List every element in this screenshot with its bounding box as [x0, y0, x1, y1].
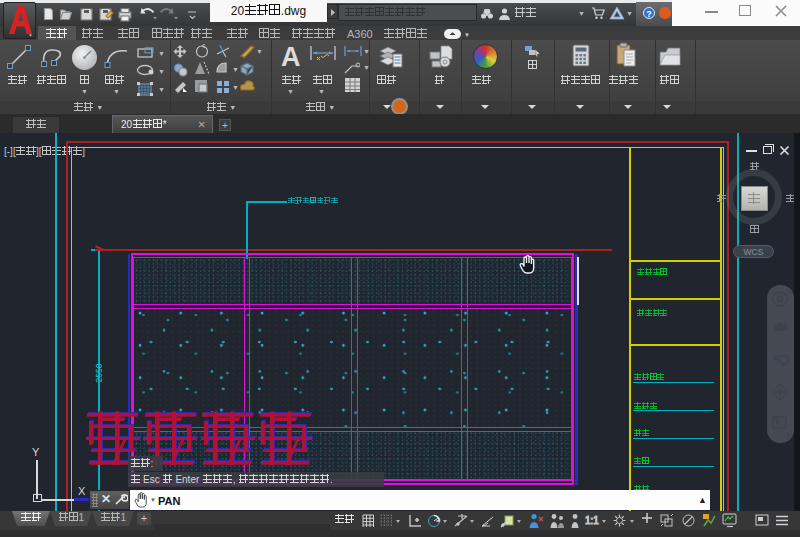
svg-text:1:1: 1:1	[585, 515, 599, 526]
